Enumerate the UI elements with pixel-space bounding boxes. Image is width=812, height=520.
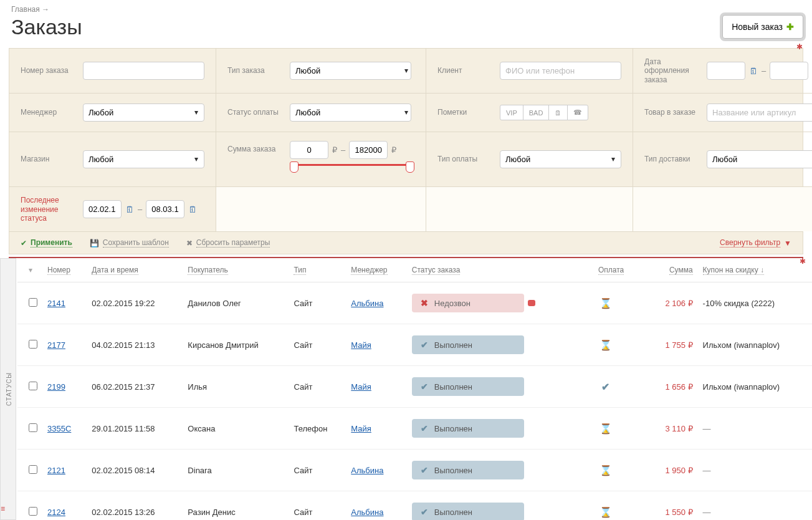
apply-button[interactable]: ✔ Применить: [21, 238, 72, 248]
product-input[interactable]: [707, 104, 812, 122]
calendar-icon[interactable]: 🗓: [125, 205, 134, 214]
order-number-link[interactable]: 2141: [47, 299, 65, 308]
filter-label-product: Товар в заказе: [644, 108, 699, 117]
sidebar-handle-icon[interactable]: ≡: [1, 504, 6, 513]
manager-select[interactable]: Любой: [83, 104, 204, 122]
slider-handle-min[interactable]: [290, 161, 299, 173]
manager-link[interactable]: Альбина: [351, 466, 383, 475]
row-checkbox[interactable]: [29, 423, 37, 432]
save-template-button[interactable]: 💾 Сохранить шаблон: [90, 238, 169, 248]
th-status[interactable]: Статус заказа: [412, 266, 461, 275]
gear-icon[interactable]: ✱: [800, 257, 806, 266]
status-sidebar[interactable]: ≡ СТАТУСЫ: [0, 258, 16, 520]
order-number-link[interactable]: 2177: [47, 340, 65, 350]
filter-label-order-sum: Сумма заказа: [227, 141, 282, 153]
cell-sum: 1 755 ₽: [651, 340, 693, 350]
filter-label-payment-type: Тип оплаты: [437, 155, 492, 163]
check-icon: ✔: [601, 382, 609, 392]
breadcrumb-home[interactable]: Главная: [11, 5, 40, 14]
filter-label-payment-status: Статус оплаты: [227, 108, 282, 117]
cell-type: Сайт: [289, 282, 346, 324]
hourglass-icon: ⌛: [599, 507, 612, 518]
cell-buyer: Оксана: [183, 408, 289, 450]
order-number-input[interactable]: [83, 62, 204, 80]
cell-buyer: Кирсанов Дмитрий: [183, 324, 289, 366]
last-status-to[interactable]: [146, 200, 184, 218]
status-badge[interactable]: ✔Выполнен: [412, 419, 524, 438]
funnel-icon: ▼: [784, 239, 791, 248]
row-checkbox[interactable]: [29, 382, 37, 390]
sort-icon[interactable]: ▾: [29, 266, 32, 274]
filter-label-store: Магазин: [21, 155, 75, 163]
cell-datetime: 02.02.2015 13:26: [87, 491, 183, 520]
status-badge[interactable]: ✔Выполнен: [412, 461, 524, 479]
th-type[interactable]: Тип: [294, 266, 306, 275]
filter-label-order-date: Дата оформления заказа: [644, 57, 699, 84]
order-number-link[interactable]: 2121: [47, 466, 65, 475]
order-number-link[interactable]: 3355C: [47, 424, 71, 433]
filter-label-delivery-type: Тип доставки: [644, 155, 699, 163]
currency-icon: ₽: [391, 145, 396, 155]
calendar-icon[interactable]: 🗓: [749, 66, 758, 76]
filters-panel: ✱ Номер заказа Тип заказа Любой Клиент Д…: [9, 48, 803, 254]
th-sum[interactable]: Сумма: [669, 266, 693, 275]
status-badge[interactable]: ✔Выполнен: [412, 377, 524, 396]
sum-max-input[interactable]: [349, 141, 388, 159]
order-number-link[interactable]: 2199: [47, 382, 65, 392]
cell-coupon: Ильхом (iwannaplov): [698, 324, 812, 366]
th-coupon[interactable]: Купон на скидку: [703, 266, 764, 275]
status-icon: ✖: [421, 298, 428, 308]
last-status-from[interactable]: [83, 200, 122, 218]
status-badge[interactable]: ✖Недозвон: [412, 294, 524, 312]
new-order-button[interactable]: Новый заказ ✚: [722, 15, 803, 39]
gear-icon[interactable]: ✱: [796, 42, 803, 51]
manager-link[interactable]: Альбина: [351, 299, 383, 308]
status-badge[interactable]: ✔Выполнен: [412, 335, 524, 354]
table-row: 219906.02.2015 21:37ИльяСайтМайя✔Выполне…: [17, 366, 812, 408]
client-input[interactable]: [500, 62, 621, 80]
store-select[interactable]: Любой: [83, 150, 204, 168]
cell-datetime: 02.02.2015 19:22: [87, 282, 183, 324]
status-icon: ✔: [421, 340, 428, 350]
sum-slider[interactable]: [290, 163, 414, 178]
th-payment[interactable]: Оплата: [598, 266, 624, 275]
sum-min-input[interactable]: [290, 141, 328, 159]
manager-link[interactable]: Майя: [351, 382, 371, 392]
tag-calendar-button[interactable]: 🗓: [548, 105, 568, 120]
table-row: 212402.02.2015 13:26Разин ДенисСайтАльби…: [17, 491, 812, 520]
order-date-from[interactable]: [707, 62, 745, 80]
order-type-select[interactable]: Любой: [290, 62, 411, 80]
th-manager[interactable]: Менеджер: [351, 266, 387, 275]
hourglass-icon: ⌛: [599, 465, 612, 476]
comment-icon[interactable]: [528, 300, 535, 306]
calendar-icon[interactable]: 🗓: [188, 205, 197, 214]
manager-link[interactable]: Альбина: [351, 508, 383, 517]
manager-link[interactable]: Майя: [351, 340, 371, 350]
tag-vip-button[interactable]: VIP: [500, 105, 523, 120]
manager-link[interactable]: Майя: [351, 424, 371, 433]
th-datetime[interactable]: Дата и время: [92, 266, 138, 275]
payment-type-select[interactable]: Любой: [500, 150, 621, 168]
th-number[interactable]: Номер: [47, 266, 70, 275]
table-row: 3355C29.01.2015 11:58ОксанаТелефонМайя✔В…: [17, 408, 812, 450]
order-date-to[interactable]: [770, 62, 808, 80]
cell-type: Сайт: [289, 324, 346, 366]
hourglass-icon: ⌛: [599, 340, 612, 350]
tag-phone-button[interactable]: ☎: [567, 105, 588, 120]
breadcrumb-arrow: →: [42, 5, 49, 14]
delivery-type-select[interactable]: Любой: [707, 150, 812, 168]
cell-buyer: Разин Денис: [183, 491, 289, 520]
slider-handle-max[interactable]: [406, 161, 414, 173]
reset-button[interactable]: ✖ Сбросить параметры: [186, 238, 270, 248]
payment-status-select[interactable]: Любой: [290, 104, 411, 122]
tag-bad-button[interactable]: BAD: [523, 105, 550, 120]
status-badge[interactable]: ✔Выполнен: [412, 503, 524, 520]
collapse-filter-button[interactable]: Свернуть фильтр ▼: [720, 238, 791, 248]
order-number-link[interactable]: 2124: [47, 508, 65, 517]
row-checkbox[interactable]: [29, 298, 37, 307]
th-buyer[interactable]: Покупатель: [188, 266, 227, 275]
row-checkbox[interactable]: [29, 340, 37, 349]
row-checkbox[interactable]: [29, 465, 37, 474]
table-row: 212102.02.2015 08:14DinaraСайтАльбина✔Вы…: [17, 450, 812, 491]
row-checkbox[interactable]: [29, 507, 37, 516]
